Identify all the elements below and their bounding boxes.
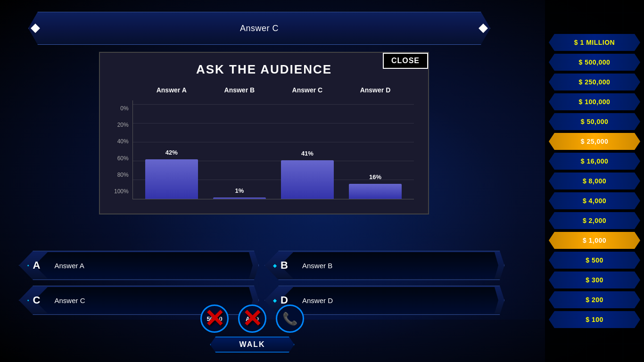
prize-8000[interactable]: $ 8,000	[545, 172, 644, 190]
chart-col-d-label: Answer D	[360, 86, 391, 94]
answer-d-label: ◆ D Answer D	[264, 294, 504, 306]
prize-1000000[interactable]: $ 1 MILLION	[545, 33, 644, 52]
prize-100000[interactable]: $ 100,000	[545, 92, 644, 111]
prize-ladder: $ 1 MILLION $ 500,000 $ 250,000 $ 100,00…	[545, 0, 644, 362]
chart-columns: Answer A 42% Answer B 1% Answer C	[132, 100, 414, 199]
prize-250000[interactable]: $ 250,000	[545, 73, 644, 91]
close-button[interactable]: CLOSE	[383, 53, 428, 69]
prize-25000-text: $ 25,000	[581, 138, 609, 145]
y-label-100: 100%	[114, 188, 129, 195]
cross-icon-audience: ✕	[242, 306, 263, 331]
prize-2000[interactable]: $ 2,000	[545, 211, 644, 230]
chart-bar-a: 42%	[145, 159, 198, 199]
prize-250000-text: $ 250,000	[579, 78, 611, 86]
chart-pct-c: 41%	[301, 150, 314, 157]
chart-pct-b: 1%	[235, 187, 244, 194]
prize-4000-text: $ 4,000	[583, 197, 606, 205]
chart-col-a-label: Answer A	[157, 86, 187, 94]
prize-2000-text: $ 2,000	[583, 217, 606, 224]
answer-a-label: • A Answer A	[19, 259, 259, 272]
prize-1000000-text: $ 1 MILLION	[574, 39, 615, 46]
phone-friend-lifeline[interactable]: 📞	[276, 304, 304, 333]
chart-col-b-label: Answer B	[224, 86, 255, 94]
chart-y-axis: 100% 80% 60% 40% 20% 0%	[114, 105, 129, 199]
prize-200[interactable]: $ 200	[545, 290, 644, 309]
cross-icon-fifty: ✕	[204, 306, 225, 331]
chart-col-c-label: Answer C	[292, 86, 323, 94]
chart-col-c: Answer C 41%	[278, 100, 337, 199]
answer-b-dot: ◆	[273, 263, 277, 268]
prize-1000[interactable]: $ 1,000	[545, 231, 644, 250]
chart-col-a: Answer A 42%	[142, 100, 201, 199]
y-label-80: 80%	[114, 172, 129, 178]
answer-c-letter: C	[33, 294, 47, 306]
ask-audience-lifeline[interactable]: AUD ✕	[238, 304, 266, 333]
prize-16000[interactable]: $ 16,000	[545, 152, 644, 171]
fifty-fifty-cross: ✕	[200, 304, 229, 333]
chart-pct-d: 16%	[369, 173, 381, 181]
fifty-fifty-lifeline[interactable]: 50:50 ✕	[200, 304, 229, 333]
question-banner-inner: Answer C	[28, 12, 490, 45]
answer-d-letter: D	[281, 294, 295, 306]
answer-a-dot: •	[27, 263, 29, 268]
walk-button[interactable]: WALK	[210, 337, 294, 353]
prize-4000[interactable]: $ 4,000	[545, 191, 644, 210]
answer-b-label: ◆ B Answer B	[264, 259, 504, 272]
chart-area: 100% 80% 60% 40% 20% 0% Answer A	[114, 86, 414, 199]
lifelines-row: 50:50 ✕ AUD ✕ 📞	[200, 304, 304, 333]
question-banner: Answer C	[28, 9, 490, 47]
answer-d-text: Answer D	[302, 296, 333, 304]
prize-300[interactable]: $ 300	[545, 271, 644, 289]
prize-16000-text: $ 16,000	[581, 157, 609, 165]
chart-bar-d: 16%	[349, 184, 402, 199]
answer-b-text: Answer B	[302, 262, 332, 270]
answer-c-label: • C Answer C	[19, 294, 259, 306]
prize-100[interactable]: $ 100	[545, 310, 644, 329]
y-label-0: 0%	[114, 105, 129, 112]
prize-8000-text: $ 8,000	[583, 177, 606, 185]
question-text: Answer C	[240, 24, 279, 33]
answer-c-dot: •	[27, 298, 29, 303]
lifelines-section: 50:50 ✕ AUD ✕ 📞 WALK	[0, 304, 504, 353]
prize-50000-text: $ 50,000	[581, 118, 609, 125]
chart-col-b: Answer B 1%	[210, 100, 269, 199]
prize-300-text: $ 300	[586, 276, 603, 284]
audience-popup: CLOSE ASK THE AUDIENCE 100% 80% 60% 40% …	[99, 52, 429, 214]
y-label-60: 60%	[114, 155, 129, 162]
audience-popup-title: ASK THE AUDIENCE	[114, 62, 414, 77]
prize-500000[interactable]: $ 500,000	[545, 53, 644, 72]
chart-col-d: Answer D 16%	[346, 100, 405, 199]
walk-label: WALK	[239, 340, 265, 348]
y-label-20: 20%	[114, 122, 129, 128]
ask-audience-cross: ✕	[238, 304, 266, 333]
y-label-40: 40%	[114, 138, 129, 145]
main-area: Answer C • A Answer A ◆ B Answer B •	[0, 0, 542, 362]
answer-a-button[interactable]: • A Answer A	[19, 251, 259, 280]
phone-icon: 📞	[282, 312, 297, 326]
prize-50000[interactable]: $ 50,000	[545, 112, 644, 131]
answer-c-text: Answer C	[55, 296, 85, 304]
prize-100-text: $ 100	[586, 316, 603, 323]
prize-200-text: $ 200	[586, 296, 603, 304]
prize-100000-text: $ 100,000	[579, 98, 611, 106]
prize-1000-text: $ 1,000	[583, 237, 606, 244]
answer-d-dot: ◆	[273, 298, 277, 303]
chart-pct-a: 42%	[165, 149, 178, 156]
chart-bar-c: 41%	[281, 160, 334, 199]
prize-25000[interactable]: $ 25,000	[545, 132, 644, 151]
answer-b-button[interactable]: ◆ B Answer B	[264, 251, 504, 280]
answer-a-letter: A	[33, 259, 47, 272]
prize-500-text: $ 500	[586, 256, 603, 264]
answer-a-text: Answer A	[55, 262, 84, 270]
prize-500000-text: $ 500,000	[579, 58, 611, 66]
prize-500[interactable]: $ 500	[545, 251, 644, 270]
answer-b-letter: B	[281, 259, 295, 272]
chart-bar-b: 1%	[213, 197, 266, 199]
